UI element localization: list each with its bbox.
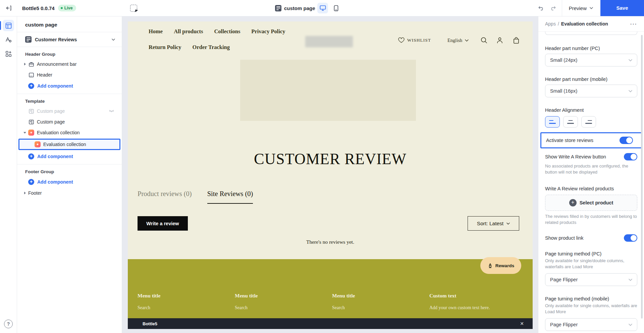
brand-name: Bottle5 bbox=[143, 321, 157, 326]
icon-rail: ? bbox=[0, 16, 17, 333]
desktop-view-button[interactable] bbox=[317, 3, 328, 13]
rewards-button[interactable]: Rewards bbox=[480, 257, 521, 274]
footer-link[interactable]: Search bbox=[138, 305, 150, 311]
activate-store-reviews-toggle[interactable] bbox=[620, 137, 633, 144]
nav-link-home[interactable]: Home bbox=[149, 28, 163, 35]
nav-link-collections[interactable]: Collections bbox=[214, 28, 240, 35]
collapse-panel-icon[interactable] bbox=[0, 0, 17, 16]
tree-item-evaluation-collection[interactable]: ✦ Evaluation collection bbox=[17, 127, 122, 138]
field-note: No associated products are configured, t… bbox=[545, 163, 637, 175]
add-component-footer-group[interactable]: + Add component bbox=[17, 176, 122, 188]
section-footer-group: Footer Group bbox=[17, 164, 122, 176]
footer-link[interactable]: Search bbox=[235, 305, 248, 311]
section-template: Template bbox=[17, 94, 122, 106]
show-write-review-toggle[interactable] bbox=[624, 153, 637, 160]
preview-backdrop: Home All products Collections Privacy Po… bbox=[122, 16, 538, 333]
field-note: Only available for single columns, water… bbox=[545, 303, 637, 315]
align-right-button[interactable] bbox=[581, 116, 596, 128]
hidden-eye-icon[interactable] bbox=[109, 108, 114, 113]
align-left-button[interactable] bbox=[545, 116, 560, 128]
list-icon bbox=[25, 36, 32, 43]
chevron-down-icon bbox=[629, 59, 632, 61]
announcement-icon bbox=[28, 61, 34, 67]
tree-item-footer[interactable]: Footer bbox=[17, 188, 122, 198]
show-product-link-row: Show product link bbox=[545, 234, 637, 242]
nav-link-privacy-policy[interactable]: Privacy Policy bbox=[251, 28, 285, 35]
panel-scrollbar[interactable] bbox=[641, 35, 643, 319]
heart-icon bbox=[398, 37, 405, 43]
field-label: Header part number (mobile) bbox=[545, 77, 637, 82]
breadcrumb-apps[interactable]: Apps bbox=[545, 21, 556, 27]
preview-button[interactable]: Preview bbox=[562, 0, 600, 16]
select-tool-icon[interactable] bbox=[130, 5, 137, 12]
mobile-view-button[interactable] bbox=[331, 3, 341, 13]
sort-dropdown[interactable]: Sort: Latest bbox=[468, 216, 519, 231]
tree-item-custom-page-hidden[interactable]: Custom page bbox=[17, 106, 122, 116]
add-component-template[interactable]: + Add component bbox=[17, 151, 122, 162]
tree-item-custom-page[interactable]: Custom page bbox=[17, 116, 122, 127]
tree-item-announcement-bar[interactable]: Announcement bar bbox=[17, 59, 122, 69]
redo-button[interactable] bbox=[547, 2, 558, 14]
field-label: Header part number (PC) bbox=[545, 46, 637, 51]
topbar: Bottle5 0.0.74 Live custom page bbox=[0, 0, 644, 16]
settings-panel: Apps / Evaluation collection ··· Header … bbox=[538, 16, 644, 333]
language-selector[interactable]: English bbox=[447, 38, 469, 43]
chevron-down-icon bbox=[629, 279, 632, 281]
plus-circle-icon: + bbox=[28, 83, 34, 89]
help-icon[interactable]: ? bbox=[4, 320, 13, 328]
nav-link-order-tracking[interactable]: Order Tracking bbox=[193, 44, 230, 51]
active-rail-indicator bbox=[0, 21, 1, 30]
add-component-header-group[interactable]: + Add component bbox=[17, 80, 122, 92]
footer-column-title: Custom text bbox=[429, 293, 457, 299]
evaluation-star-icon: ✦ bbox=[35, 141, 41, 147]
paging-pc-select[interactable]: Page Flipper bbox=[545, 273, 637, 286]
footer-link[interactable]: Search bbox=[332, 305, 345, 311]
page-list-icon bbox=[275, 5, 281, 11]
show-product-link-toggle[interactable] bbox=[624, 234, 637, 242]
select-product-button[interactable]: + Select product bbox=[545, 195, 637, 211]
header-size-pc-select[interactable]: Small (24px) bbox=[545, 54, 637, 66]
page-selector[interactable]: custom page bbox=[275, 0, 321, 16]
rail-typography[interactable] bbox=[3, 34, 14, 45]
bag-icon[interactable] bbox=[513, 37, 520, 44]
wishlist-link[interactable]: WISHLIST bbox=[398, 37, 431, 43]
component-selector[interactable]: Customer Reviews bbox=[17, 32, 122, 47]
chevron-down-icon bbox=[629, 324, 632, 326]
undo-button[interactable] bbox=[536, 2, 547, 14]
rail-layout-sections[interactable] bbox=[3, 20, 14, 31]
rail-add-blocks[interactable] bbox=[3, 48, 14, 59]
live-badge: Live bbox=[58, 5, 76, 11]
rewards-medal-icon bbox=[487, 263, 493, 269]
caret-right-icon[interactable] bbox=[21, 63, 28, 65]
user-icon[interactable] bbox=[496, 37, 503, 44]
tab-site-reviews[interactable]: Site Reviews (0) bbox=[207, 190, 253, 204]
align-center-button[interactable] bbox=[563, 116, 578, 128]
breadcrumb: Apps / Evaluation collection ··· bbox=[538, 16, 644, 32]
footer-column-title: Menu title bbox=[138, 293, 160, 299]
show-write-review-row: Show Write A Review button bbox=[545, 153, 637, 160]
footer-custom-text: Add your own custom text here. bbox=[429, 305, 490, 311]
nav-link-return-policy[interactable]: Return Policy bbox=[149, 44, 181, 51]
nav-link-all-products[interactable]: All products bbox=[174, 28, 203, 35]
header-size-mobile-select[interactable]: Small (16px) bbox=[545, 85, 637, 97]
breadcrumb-current: Evaluation collection bbox=[561, 21, 608, 27]
footer-column-title: Menu title bbox=[235, 293, 258, 299]
save-button[interactable]: Save bbox=[600, 0, 644, 16]
write-review-button[interactable]: Write a review bbox=[138, 216, 188, 231]
caret-right-icon[interactable] bbox=[21, 192, 28, 194]
footer-column-title: Menu title bbox=[332, 293, 355, 299]
app-name: Bottle5 0.0.74 bbox=[22, 5, 55, 11]
paging-mobile-select[interactable]: Page Flipper bbox=[545, 318, 637, 331]
chevron-down-icon bbox=[506, 223, 510, 225]
tree-item-header[interactable]: Header bbox=[17, 69, 122, 80]
empty-state-text: There's no reviews yet. bbox=[128, 239, 533, 245]
close-icon[interactable]: ✕ bbox=[520, 321, 524, 326]
storefront-footer: Menu title Search Menu title Search Menu… bbox=[128, 259, 533, 318]
more-menu-icon[interactable]: ··· bbox=[630, 21, 637, 27]
caret-down-icon[interactable] bbox=[21, 132, 28, 134]
tab-product-reviews[interactable]: Product reviews (0) bbox=[138, 190, 192, 204]
tree-item-evaluation-collection-child-selected[interactable]: ✦ Evaluation collection bbox=[18, 139, 120, 150]
plus-circle-icon: + bbox=[28, 153, 34, 159]
search-icon[interactable] bbox=[480, 37, 488, 44]
chevron-down-icon bbox=[629, 90, 632, 92]
